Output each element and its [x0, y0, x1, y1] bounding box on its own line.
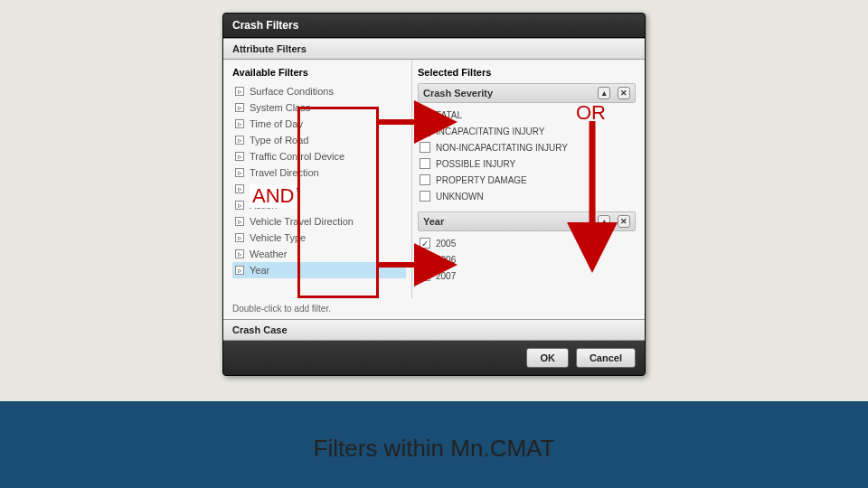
checkbox[interactable] — [420, 142, 430, 153]
slide-caption: Filters within Mn.CMAT — [314, 435, 555, 463]
available-filter-label: Vehicle Type — [250, 232, 306, 243]
ok-button[interactable]: OK — [526, 348, 569, 368]
checkbox[interactable] — [420, 174, 430, 185]
expand-icon[interactable]: ▹ — [235, 233, 244, 242]
selected-group-title: Crash Severity — [423, 88, 493, 99]
filter-option-label: 2005 — [436, 239, 456, 249]
available-filter-label: Surface Conditions — [250, 86, 334, 97]
expand-icon[interactable]: ▹ — [235, 152, 244, 161]
collapse-icon[interactable]: ▴ — [598, 215, 610, 228]
checkbox[interactable] — [420, 158, 430, 169]
available-filter-label: Vehicle Travel Direction — [250, 216, 354, 227]
expand-icon[interactable]: ▹ — [235, 168, 244, 177]
available-filter-label: Time of Day — [250, 118, 303, 129]
available-filters-list: ▹Surface Conditions▹System Class▹Time of… — [232, 83, 406, 278]
dialog-title: Crash Filters — [223, 14, 645, 38]
available-filters-panel: Available Filters ▹Surface Conditions▹Sy… — [223, 60, 411, 298]
filter-option-label: PROPERTY DAMAGE — [436, 175, 527, 185]
filter-option[interactable]: UNKNOWN — [418, 188, 636, 204]
filter-option[interactable]: 2005 — [418, 235, 636, 251]
crash-case-section-header[interactable]: Crash Case — [223, 319, 645, 341]
filter-option[interactable]: POSSIBLE INJURY — [418, 155, 636, 172]
filter-option-label: POSSIBLE INJURY — [436, 159, 515, 169]
available-filters-heading: Available Filters — [232, 67, 406, 78]
available-filter-item[interactable]: ▹System Class — [232, 99, 406, 116]
selected-filters-panel: Selected Filters Crash Severity▴✕FATALIN… — [411, 60, 645, 298]
expand-icon[interactable]: ▹ — [235, 249, 244, 258]
remove-group-icon[interactable]: ✕ — [618, 215, 630, 228]
collapse-icon[interactable]: ▴ — [598, 87, 610, 99]
or-annotation: OR — [573, 101, 609, 125]
filter-option-label: FATAL — [436, 110, 462, 120]
selected-group-header[interactable]: Year▴✕ — [418, 211, 636, 231]
available-filter-item[interactable]: ▹Traffic Control Device — [232, 148, 406, 164]
available-filter-item[interactable]: ▹Weather — [232, 246, 406, 262]
available-filter-label: System Class — [250, 102, 310, 113]
expand-icon[interactable]: ▹ — [235, 136, 244, 145]
remove-group-icon[interactable]: ✕ — [618, 87, 630, 99]
available-filter-label: Year — [250, 265, 269, 276]
available-filter-item[interactable]: ▹Type of Road — [232, 132, 406, 148]
selected-filters-heading: Selected Filters — [418, 67, 636, 78]
expand-icon[interactable]: ▹ — [235, 87, 244, 96]
available-filter-label: Travel Direction — [250, 167, 319, 178]
expand-icon[interactable]: ▹ — [235, 201, 244, 210]
slide: Crash Filters Attribute Filters Availabl… — [0, 0, 868, 488]
available-filter-item[interactable]: ▹Time of Day — [232, 116, 406, 132]
available-filter-item[interactable]: ▹Travel Direction — [232, 164, 406, 181]
expand-icon[interactable]: ▹ — [235, 217, 244, 226]
add-filter-hint: Double-click to add filter. — [223, 298, 645, 319]
available-filter-label: Type of Road — [250, 135, 308, 145]
filter-option-label: UNKNOWN — [436, 192, 484, 202]
checkbox[interactable] — [420, 126, 430, 136]
filter-option[interactable]: 2007 — [418, 267, 636, 284]
available-filter-item[interactable]: ▹Vehicle Type — [232, 230, 406, 246]
checkbox[interactable] — [420, 238, 430, 249]
filter-option[interactable]: NON-INCAPACITATING INJURY — [418, 139, 636, 155]
filter-option-label: NON-INCAPACITATING INJURY — [436, 143, 568, 153]
selected-group-title: Year — [423, 216, 444, 227]
filter-option-label: INCAPACITATING INJURY — [436, 127, 544, 136]
filter-option[interactable]: 2006 — [418, 251, 636, 267]
checkbox[interactable] — [420, 191, 430, 202]
selected-group-header[interactable]: Crash Severity▴✕ — [418, 83, 636, 103]
available-filter-item[interactable]: ▹Year — [232, 262, 406, 278]
available-filter-item[interactable]: ▹Surface Conditions — [232, 83, 406, 99]
available-filter-item[interactable]: ▹Vehicle Travel Direction — [232, 213, 406, 230]
expand-icon[interactable]: ▹ — [235, 119, 244, 128]
checkbox[interactable] — [420, 254, 430, 265]
available-filter-label: Traffic Control Device — [250, 151, 344, 162]
available-filter-label: Weather — [250, 249, 287, 259]
checkbox[interactable] — [420, 270, 430, 281]
expand-icon[interactable]: ▹ — [235, 103, 244, 112]
filter-option[interactable]: PROPERTY DAMAGE — [418, 172, 636, 188]
expand-icon[interactable]: ▹ — [235, 184, 244, 193]
and-annotation: AND — [250, 184, 297, 208]
attribute-filters-section-header[interactable]: Attribute Filters — [223, 38, 645, 60]
filter-option[interactable]: INCAPACITATING INJURY — [418, 123, 636, 139]
filter-option-label: 2007 — [436, 271, 456, 281]
checkbox[interactable] — [420, 109, 430, 120]
filter-option-label: 2006 — [436, 255, 456, 265]
dialog-button-row: OK Cancel — [223, 341, 645, 375]
expand-icon[interactable]: ▹ — [235, 266, 244, 275]
cancel-button[interactable]: Cancel — [576, 348, 636, 368]
